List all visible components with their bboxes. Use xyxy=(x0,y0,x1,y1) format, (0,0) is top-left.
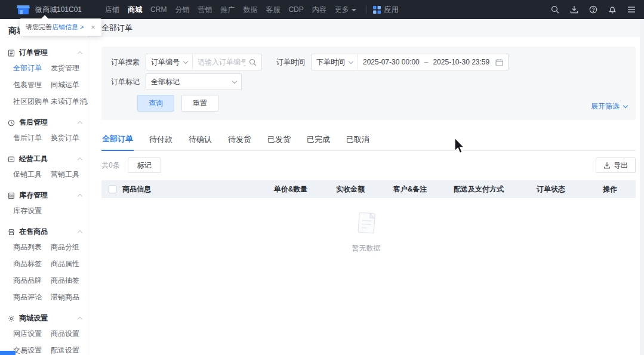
page-title: 全部订单 xyxy=(101,23,133,33)
sidebar-item-unread-order-messages[interactable]: 未读订单消息 xyxy=(51,97,88,107)
nav-item-distribution[interactable]: 分销 xyxy=(171,0,193,19)
gear-icon xyxy=(7,314,15,322)
reset-button[interactable]: 重置 xyxy=(181,95,218,112)
apps-label: 应用 xyxy=(384,5,399,15)
sidebar-item-product-reviews[interactable]: 商品评论 xyxy=(13,292,51,302)
sidebar-item-shipping-management[interactable]: 发货管理 xyxy=(51,63,88,73)
tab-all-orders[interactable]: 全部订单 xyxy=(101,128,134,151)
order-number-input[interactable] xyxy=(193,58,248,66)
sidebar-item-store-settings[interactable]: 网店设置 xyxy=(13,329,51,339)
section-header-order-management[interactable]: 订单管理 xyxy=(0,44,88,61)
tab-cancelled[interactable]: 已取消 xyxy=(346,129,370,150)
tab-pending-payment[interactable]: 待付款 xyxy=(149,129,173,150)
section-inventory-management: 库存管理 库存设置 xyxy=(0,187,88,221)
menu-icon[interactable] xyxy=(627,5,636,14)
order-tag-select[interactable]: 全部标记 xyxy=(146,73,242,90)
tools-icon xyxy=(7,155,15,163)
top-navigation: 店铺 商城 CRM 分销 营销 推广 数据 客服 CDP 内容 更多 应用 xyxy=(101,0,399,19)
tab-shipped[interactable]: 已发货 xyxy=(267,129,291,150)
nav-more-label: 更多 xyxy=(335,5,349,14)
section-header-inventory[interactable]: 库存管理 xyxy=(0,187,88,204)
sidebar-item-product-brands[interactable]: 商品品牌 xyxy=(13,276,51,286)
topbar: 微商城101C01 店铺 商城 CRM 分销 营销 推广 数据 客服 CDP 内… xyxy=(0,0,644,19)
sidebar-item-local-delivery-waybill[interactable]: 同城运单 xyxy=(51,80,88,90)
nav-item-promotion[interactable]: 推广 xyxy=(216,0,239,19)
nav-item-crm[interactable]: CRM xyxy=(146,0,171,19)
date-start-value[interactable]: 2025-07-30 00:00 xyxy=(358,58,424,66)
shop-logo-icon[interactable] xyxy=(17,5,30,15)
tab-completed[interactable]: 已完成 xyxy=(306,129,331,150)
sidebar-item-all-orders[interactable]: 全部订单 xyxy=(13,63,51,73)
nav-item-more[interactable]: 更多 xyxy=(331,0,360,19)
chevron-down-icon xyxy=(623,103,628,108)
breadcrumb: 全部订单 xyxy=(88,19,644,37)
section-header-aftersale[interactable]: 售后管理 xyxy=(0,114,88,131)
section-products-on-sale: 在售商品 商品列表 商品分组 商品标签 商品属性 商品品牌 商品抽签 商品评论 … xyxy=(0,223,88,307)
sidebar-item-promo-tools[interactable]: 促销工具 xyxy=(13,169,51,180)
select-all-checkbox[interactable] xyxy=(109,186,116,193)
sidebar-item-package-management[interactable]: 包裹管理 xyxy=(13,80,51,90)
bell-icon[interactable] xyxy=(608,5,617,14)
column-price-qty: 单价&数量 xyxy=(261,184,321,195)
sidebar-item-product-attributes[interactable]: 商品属性 xyxy=(51,259,88,269)
close-icon[interactable]: × xyxy=(91,23,95,32)
sidebar-item-product-tags[interactable]: 商品标签 xyxy=(13,259,51,269)
date-end-value[interactable]: 2025-10-30 23:59 xyxy=(428,58,494,66)
sidebar-item-exchange-orders[interactable]: 换货订单 xyxy=(51,133,88,143)
scrollbar-track[interactable] xyxy=(640,19,644,355)
chevron-up-icon xyxy=(78,121,82,126)
help-icon[interactable] xyxy=(588,5,597,14)
mark-button[interactable]: 标记 xyxy=(128,158,161,173)
search-icon[interactable] xyxy=(248,58,261,66)
list-toolbar: 共0条 标记 导出 xyxy=(101,158,636,173)
calendar-icon[interactable] xyxy=(494,58,508,66)
query-button[interactable]: 查询 xyxy=(137,95,174,112)
section-items: 全部订单 发货管理 包裹管理 同城运单 社区团购单 未读订单消息 xyxy=(0,61,88,112)
sidebar-item-product-list[interactable]: 商品列表 xyxy=(13,242,51,252)
sidebar-item-product-settings[interactable]: 商品设置 xyxy=(51,329,88,339)
section-header-products[interactable]: 在售商品 xyxy=(0,223,88,240)
nav-item-content[interactable]: 内容 xyxy=(308,0,331,19)
sidebar-item-community-groupbuy-orders[interactable]: 社区团购单 xyxy=(13,97,51,107)
column-actions: 操作 xyxy=(584,184,636,195)
section-header-business-tools[interactable]: 经营工具 xyxy=(0,150,88,168)
divider xyxy=(366,5,367,14)
store-info-link[interactable]: 店铺信息 > xyxy=(52,23,84,32)
chevron-up-icon xyxy=(78,194,82,199)
time-type-select[interactable]: 下单时间 xyxy=(312,54,358,70)
sidebar-item-product-lottery[interactable]: 商品抽签 xyxy=(51,276,88,286)
tab-pending-shipment[interactable]: 待发货 xyxy=(227,129,252,150)
sidebar-item-marketing-tools[interactable]: 营销工具 xyxy=(51,169,88,180)
section-items: 库存设置 xyxy=(0,204,88,221)
search-type-value: 订单编号 xyxy=(151,57,180,67)
search-type-select[interactable]: 订单编号 xyxy=(146,54,192,70)
nav-item-shop[interactable]: 店铺 xyxy=(101,0,124,19)
sidebar-item-slow-moving-products[interactable]: 滞销商品 xyxy=(51,292,88,302)
column-customer-remark: 客户&备注 xyxy=(380,184,440,195)
sidebar-item-delivery-settings[interactable]: 配送设置 xyxy=(51,345,88,355)
search-icon[interactable] xyxy=(550,5,559,14)
expand-filters-link[interactable]: 展开筛选 xyxy=(591,101,627,112)
column-delivery-payment: 配送及支付方式 xyxy=(440,184,517,195)
nav-item-service[interactable]: 客服 xyxy=(261,0,284,19)
sidebar: 商城 订单管理 全部订单 发货管理 包裹管理 同城运单 社区团购单 未读订单消息… xyxy=(0,19,88,355)
nav-item-mall[interactable]: 商城 xyxy=(124,0,146,19)
nav-item-data[interactable]: 数据 xyxy=(239,0,261,19)
export-button[interactable]: 导出 xyxy=(596,158,636,173)
section-title: 经营工具 xyxy=(19,154,48,164)
section-header-mall-settings[interactable]: 商城设置 xyxy=(0,310,88,327)
aftersale-icon xyxy=(7,119,15,126)
nav-item-marketing[interactable]: 营销 xyxy=(193,0,216,19)
chevron-down-icon xyxy=(232,78,237,83)
nav-item-cdp[interactable]: CDP xyxy=(284,0,307,19)
sidebar-item-product-groups[interactable]: 商品分组 xyxy=(51,242,88,252)
sidebar-item-inventory-settings[interactable]: 库存设置 xyxy=(13,206,51,216)
order-time-label: 订单时间 xyxy=(276,57,305,67)
sidebar-item-aftersale-orders[interactable]: 售后订单 xyxy=(13,133,51,143)
tab-pending-confirmation[interactable]: 待确认 xyxy=(188,129,212,150)
download-icon[interactable] xyxy=(569,5,578,14)
store-name[interactable]: 微商城101C01 xyxy=(35,5,82,15)
apps-button[interactable]: 应用 xyxy=(373,5,399,15)
chevron-up-icon xyxy=(78,158,82,162)
sidebar-item-trade-settings[interactable]: 交易设置 xyxy=(13,345,51,355)
